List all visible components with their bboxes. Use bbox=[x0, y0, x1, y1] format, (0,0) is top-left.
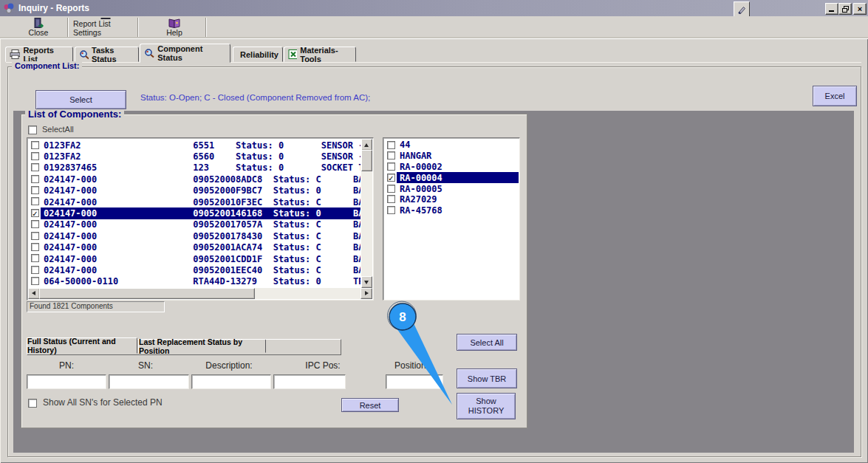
location-row[interactable]: RA-45768 bbox=[384, 205, 519, 216]
vertical-scrollbar[interactable] bbox=[361, 139, 372, 288]
row-text: RA-00004 bbox=[400, 172, 442, 183]
row-text: RA27029 bbox=[400, 194, 437, 205]
component-row[interactable]: ✓024147-000 0905200146168 Status: 0 BA bbox=[28, 208, 360, 219]
row-checkbox[interactable] bbox=[31, 232, 39, 240]
show-history-button[interactable]: Show HISTORY bbox=[457, 393, 516, 419]
location-row[interactable]: RA27029 bbox=[384, 194, 519, 205]
location-row[interactable]: 44 bbox=[384, 140, 519, 151]
restore-button[interactable] bbox=[838, 3, 852, 15]
show-tbr-button[interactable]: Show TBR bbox=[457, 368, 517, 388]
row-text: RA-00005 bbox=[400, 183, 442, 194]
titlebar-pen-tool-button[interactable] bbox=[734, 1, 750, 17]
row-checkbox[interactable] bbox=[31, 220, 39, 228]
row-checkbox[interactable] bbox=[31, 175, 39, 183]
location-row[interactable]: HANGAR bbox=[384, 151, 519, 162]
component-row[interactable]: 0123FA2 6560 Status: 0 SENSOR - F bbox=[28, 151, 360, 162]
row-checkbox[interactable] bbox=[31, 152, 39, 160]
row-checkbox[interactable] bbox=[31, 197, 39, 205]
position-input[interactable] bbox=[386, 374, 443, 389]
tab-label: Tasks Status bbox=[92, 46, 134, 64]
help-button[interactable]: Help bbox=[140, 18, 208, 37]
tab-reliability[interactable]: Reliability bbox=[233, 47, 283, 62]
component-row[interactable]: 0123FA2 6551 Status: 0 SENSOR - F bbox=[28, 140, 360, 151]
arrow-right-icon bbox=[365, 291, 369, 295]
tab-reports-list[interactable]: Reports List bbox=[5, 47, 73, 62]
report-list-settings-button[interactable]: Report List Settings bbox=[70, 18, 141, 37]
description-label: Description: bbox=[199, 360, 259, 371]
toolbar-separator bbox=[205, 18, 207, 37]
row-checkbox[interactable] bbox=[31, 254, 39, 262]
location-row[interactable]: RA-00005 bbox=[384, 183, 519, 194]
scroll-down-button[interactable] bbox=[361, 276, 372, 288]
row-checkbox[interactable] bbox=[31, 266, 39, 274]
row-checkbox[interactable] bbox=[387, 195, 395, 203]
close-window-button[interactable]: × bbox=[853, 3, 867, 15]
row-text: 0123FA2 6551 Status: 0 SENSOR - F bbox=[44, 140, 360, 151]
tab-component-status[interactable]: Component Status bbox=[140, 44, 230, 63]
row-checkbox[interactable] bbox=[31, 163, 39, 171]
component-row[interactable]: 024147-000 09052001ACA74 Status: C BA bbox=[28, 242, 360, 253]
sn-input[interactable] bbox=[109, 374, 189, 389]
row-text: 024147-000 09052001CDD1F Status: C BA bbox=[44, 253, 360, 264]
location-row[interactable]: RA-00002 bbox=[384, 162, 519, 173]
components-list[interactable]: 0123FA2 6551 Status: 0 SENSOR - F0123FA2… bbox=[27, 137, 374, 301]
position-label: Position: bbox=[387, 360, 436, 371]
tab-last-replacement-status[interactable]: Last Replacement Status by Position bbox=[138, 339, 266, 353]
horizontal-scrollbar[interactable] bbox=[28, 288, 372, 299]
tab-tasks-status[interactable]: Tasks Status bbox=[75, 47, 139, 62]
reset-button[interactable]: Reset bbox=[341, 398, 399, 412]
locations-list[interactable]: 44HANGARRA-00002✓RA-00004RA-00005RA27029… bbox=[383, 137, 520, 301]
row-text: RA-45768 bbox=[400, 205, 442, 216]
row-text: 024147-000 09052000F9BC7 Status: 0 BA bbox=[44, 185, 360, 196]
row-text: HANGAR bbox=[400, 151, 431, 162]
horizontal-scroll-thumb[interactable] bbox=[39, 288, 255, 299]
status-legend: Status: O-Open; C - Closed (Component Re… bbox=[140, 93, 370, 102]
row-checkbox[interactable] bbox=[387, 141, 395, 149]
vertical-scroll-thumb[interactable] bbox=[361, 150, 372, 171]
component-row[interactable]: 024147-000 090520008ADC8 Status: C BA bbox=[28, 174, 360, 185]
scroll-up-button[interactable] bbox=[361, 139, 372, 151]
row-checkbox[interactable]: ✓ bbox=[387, 174, 395, 182]
component-row[interactable]: 024147-000 09052001EEC40 Status: C BA bbox=[28, 264, 360, 275]
row-checkbox[interactable] bbox=[31, 243, 39, 251]
pn-input[interactable] bbox=[27, 374, 106, 389]
select-button[interactable]: Select bbox=[35, 90, 126, 109]
scroll-left-button[interactable] bbox=[28, 288, 40, 299]
component-row[interactable]: 024147-000 090520017057A Status: C BA bbox=[28, 219, 360, 230]
row-checkbox[interactable] bbox=[387, 206, 395, 214]
select-all-checkbox[interactable] bbox=[28, 126, 37, 134]
component-row[interactable]: 0192837465 123 Status: 0 SOCKET TOO bbox=[28, 162, 360, 174]
excel-button[interactable]: Excel bbox=[813, 86, 857, 106]
component-row[interactable]: 024147-000 0905200178430 Status: C BA bbox=[28, 230, 360, 241]
tab-full-status[interactable]: Full Status (Current and History) bbox=[27, 337, 137, 354]
description-input[interactable] bbox=[191, 374, 271, 389]
tab-materials-tools[interactable]: Materials-Tools bbox=[284, 47, 356, 62]
toolbar-button-label: Help bbox=[166, 28, 182, 37]
minimize-button[interactable] bbox=[825, 3, 838, 15]
row-checkbox[interactable] bbox=[387, 162, 395, 171]
row-checkbox[interactable] bbox=[387, 151, 395, 160]
select-all-button[interactable]: Select All bbox=[457, 334, 517, 351]
row-text: 024147-000 09052001EEC40 Status: C BA bbox=[44, 264, 360, 275]
window-title: Inquiry - Reports bbox=[18, 3, 89, 13]
search-icon bbox=[79, 49, 89, 60]
component-row[interactable]: 064-50000-0110 RTA44D-13279 Status: 0 TR bbox=[28, 276, 360, 287]
tab-label: Component Status bbox=[157, 44, 226, 62]
close-button[interactable]: Close bbox=[7, 18, 69, 37]
row-checkbox[interactable] bbox=[31, 186, 39, 194]
row-checkbox[interactable] bbox=[387, 185, 395, 193]
row-text: 44 bbox=[400, 140, 410, 151]
row-checkbox[interactable] bbox=[31, 277, 39, 285]
row-checkbox[interactable]: ✓ bbox=[31, 209, 39, 217]
row-checkbox[interactable] bbox=[31, 141, 39, 149]
ipc-pos-input[interactable] bbox=[273, 374, 346, 389]
show-all-sns-checkbox[interactable] bbox=[28, 399, 37, 408]
row-text: 024147-000 090520008ADC8 Status: C BA bbox=[44, 174, 360, 185]
select-all-checkbox-label: SelectAll bbox=[42, 125, 74, 134]
component-row[interactable]: 024147-000 09052001CDD1F Status: C BA bbox=[28, 253, 360, 264]
component-row[interactable]: 024147-000 090520010F3EC Status: C BA bbox=[28, 196, 360, 208]
component-row[interactable]: 024147-000 09052000F9BC7 Status: 0 BA bbox=[28, 185, 360, 196]
scroll-right-button[interactable] bbox=[360, 288, 372, 299]
row-text: 024147-000 090520017057A Status: C BA bbox=[44, 219, 360, 230]
location-row[interactable]: ✓RA-00004 bbox=[384, 172, 519, 183]
